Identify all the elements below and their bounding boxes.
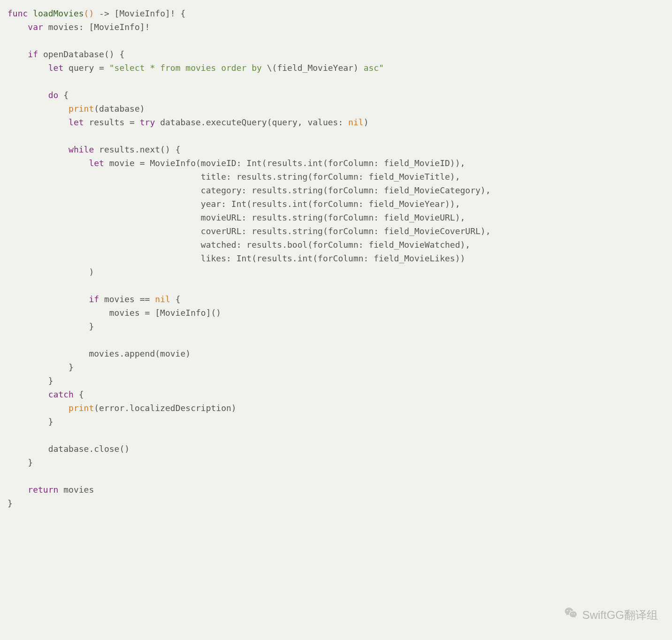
code-token: let — [69, 117, 84, 127]
code-token: return — [28, 485, 58, 495]
code-token — [8, 158, 89, 168]
code-line: movies = [MovieInfo]() — [8, 308, 221, 318]
code-token: { — [74, 389, 84, 399]
code-line: coverURL: results.string(forColumn: fiel… — [8, 226, 491, 236]
code-token: var — [28, 22, 43, 32]
code-line: } — [8, 457, 33, 467]
code-token: ) — [353, 63, 359, 73]
code-line: database.close() — [8, 444, 130, 454]
code-token: watched: results.bool(forColumn: field_M… — [8, 240, 470, 250]
code-token: coverURL: results.string(forColumn: fiel… — [8, 226, 491, 236]
code-token: movie = MovieInfo(movieID: Int(results.i… — [104, 158, 465, 168]
code-token: let — [89, 158, 104, 168]
code-token: if — [28, 49, 38, 59]
code-token: movies = [MovieInfo]() — [8, 308, 221, 318]
code-line: print(database) — [8, 104, 145, 114]
code-token: { — [58, 90, 69, 100]
code-line: } — [8, 417, 53, 427]
code-token: if — [89, 294, 99, 304]
code-token: "select * from movies order by — [109, 63, 267, 73]
wechat-icon — [564, 606, 579, 624]
code-token: ) — [8, 267, 94, 277]
code-token: (error.localizedDescription) — [94, 403, 236, 413]
code-token — [8, 104, 69, 114]
code-line: year: Int(results.int(forColumn: field_M… — [8, 199, 460, 209]
code-token: (database) — [94, 104, 145, 114]
code-line: } — [8, 321, 94, 331]
code-token: } — [8, 321, 94, 331]
code-token — [8, 49, 28, 59]
code-token: ) — [364, 117, 369, 127]
code-token — [8, 389, 48, 399]
code-token: movies.append(movie) — [8, 349, 191, 358]
code-line: let results = try database.executeQuery(… — [8, 117, 368, 127]
code-line: if movies == nil { — [8, 294, 181, 304]
watermark: SwiftGG翻译组 — [564, 606, 658, 624]
code-line: let movie = MovieInfo(movieID: Int(resul… — [8, 158, 465, 168]
code-token: catch — [48, 389, 74, 399]
code-line: let query = "select * from movies order … — [8, 63, 384, 73]
code-token: category: results.string(forColumn: fiel… — [8, 185, 491, 195]
code-token: movies == — [99, 294, 155, 304]
code-line: func loadMovies() -> [MovieInfo]! { — [8, 8, 185, 18]
code-token: query = — [63, 63, 109, 73]
code-token: field_MovieYear — [277, 63, 353, 73]
code-token: title: results.string(forColumn: field_M… — [8, 172, 460, 182]
code-token — [8, 145, 69, 154]
watermark-text: SwiftGG翻译组 — [582, 608, 658, 622]
code-line: } — [8, 376, 53, 386]
code-token: } — [8, 376, 53, 386]
code-token: \( — [267, 63, 277, 73]
code-token: database.executeQuery(query, values: — [155, 117, 348, 127]
code-token: loadMovies — [33, 8, 84, 18]
code-line: likes: Int(results.int(forColumn: field_… — [8, 253, 465, 263]
code-token: nil — [155, 294, 170, 304]
code-token: } — [8, 457, 33, 467]
code-token: { — [170, 294, 181, 304]
code-token: likes: Int(results.int(forColumn: field_… — [8, 253, 465, 263]
code-token: movies — [58, 485, 94, 495]
code-token: } — [8, 362, 74, 372]
code-line: print(error.localizedDescription) — [8, 403, 237, 413]
code-token — [8, 403, 69, 413]
code-line: return movies — [8, 485, 94, 495]
code-token: openDatabase() { — [38, 49, 124, 59]
code-line: } — [8, 498, 13, 508]
code-token — [8, 22, 28, 32]
code-token — [8, 485, 28, 495]
code-line: movies.append(movie) — [8, 349, 191, 358]
code-line: ) — [8, 267, 94, 277]
code-token: nil — [348, 117, 364, 127]
code-token: movies: [MovieInfo]! — [43, 22, 150, 32]
code-line: movieURL: results.string(forColumn: fiel… — [8, 213, 465, 222]
code-line: title: results.string(forColumn: field_M… — [8, 172, 460, 182]
code-token: asc" — [359, 63, 384, 73]
code-token — [8, 90, 48, 100]
code-token: year: Int(results.int(forColumn: field_M… — [8, 199, 460, 209]
code-line: do { — [8, 90, 69, 100]
code-token: results = — [84, 117, 140, 127]
code-line: while results.next() { — [8, 145, 180, 154]
code-token: -> [MovieInfo]! { — [94, 8, 185, 18]
code-token: print — [69, 403, 94, 413]
code-token: try — [140, 117, 155, 127]
code-line: category: results.string(forColumn: fiel… — [8, 185, 491, 195]
code-token: do — [48, 90, 59, 100]
code-token: () — [84, 8, 94, 18]
code-token: func — [8, 8, 33, 18]
code-block: func loadMovies() -> [MovieInfo]! { var … — [0, 0, 672, 517]
code-token: print — [69, 104, 94, 114]
code-line: var movies: [MovieInfo]! — [8, 22, 150, 32]
code-token: } — [8, 498, 13, 508]
code-token: database.close() — [8, 444, 130, 454]
code-token: while — [69, 145, 94, 154]
code-token — [8, 294, 89, 304]
code-token: movieURL: results.string(forColumn: fiel… — [8, 213, 465, 222]
code-token — [8, 63, 48, 73]
code-line: watched: results.bool(forColumn: field_M… — [8, 240, 470, 250]
code-line: } — [8, 362, 74, 372]
code-line: if openDatabase() { — [8, 49, 124, 59]
code-token: results.next() { — [94, 145, 180, 154]
code-token: } — [8, 417, 53, 427]
code-line: catch { — [8, 389, 84, 399]
